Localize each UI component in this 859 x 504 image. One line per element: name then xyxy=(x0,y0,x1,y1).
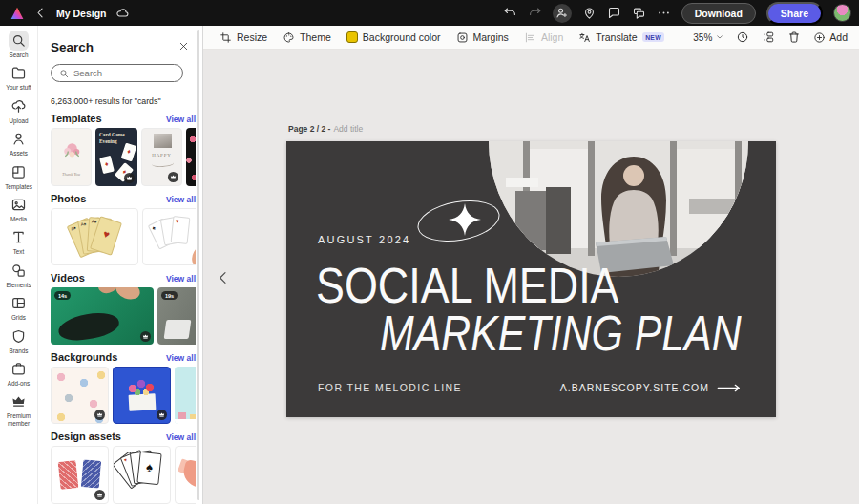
section-title-design-assets: Design assets xyxy=(51,430,121,442)
theme-button[interactable]: Theme xyxy=(275,32,339,44)
template-thumb-dark-floral[interactable] xyxy=(186,128,196,186)
invite-people-button[interactable] xyxy=(553,4,572,23)
sidebar-item-assets[interactable]: Assets xyxy=(0,129,38,161)
videos-view-all-link[interactable]: View all xyxy=(166,274,196,284)
background-thumb-winter-town[interactable] xyxy=(175,367,196,424)
photos-view-all-link[interactable]: View all xyxy=(166,195,196,204)
image-icon xyxy=(9,195,29,215)
video-duration-badge: 19s xyxy=(161,291,178,300)
premium-crown-badge xyxy=(124,173,135,183)
sidebar-item-add-ons[interactable]: Add-ons xyxy=(0,359,38,391)
panel-scrollbar[interactable] xyxy=(197,30,199,500)
cloud-saved-icon[interactable] xyxy=(115,6,130,20)
slide-photo-semicircle[interactable] xyxy=(489,141,748,277)
topbar: My Design xyxy=(0,0,859,26)
search-panel: Search 6,263,000+ results for "cards" Te… xyxy=(38,26,203,504)
videos-row: 14s 19s xyxy=(51,287,196,345)
comment-button[interactable] xyxy=(607,6,621,20)
background-color-button[interactable]: Background color xyxy=(339,32,449,43)
resize-button[interactable]: Resize xyxy=(212,32,275,44)
palette-icon xyxy=(283,32,295,44)
crown-icon xyxy=(9,391,29,411)
sidebar-item-premium-member[interactable]: Premium member xyxy=(0,391,38,424)
section-title-videos: Videos xyxy=(51,272,85,284)
adobe-express-logo-icon[interactable] xyxy=(10,6,25,21)
background-thumb-flower-envelope[interactable] xyxy=(113,367,171,424)
briefcase-icon xyxy=(9,359,29,379)
user-avatar[interactable] xyxy=(833,4,851,22)
template-thumb-card-game[interactable]: Card Game Evening ♦ ♦ ♦ xyxy=(95,128,137,186)
delete-page-button[interactable] xyxy=(787,31,801,44)
download-button[interactable]: Download xyxy=(681,3,756,24)
canvas[interactable]: Page 2 / 2 -Add title xyxy=(203,50,859,504)
sidebar-item-text[interactable]: Text xyxy=(0,227,38,260)
chevron-down-icon xyxy=(716,33,723,41)
shield-icon xyxy=(9,326,29,346)
sidebar-item-upload[interactable]: Upload xyxy=(0,96,38,129)
slide-date-text[interactable]: AUGUST 2024 xyxy=(318,234,410,245)
margins-button[interactable]: Margins xyxy=(449,32,516,44)
slide-title-line2[interactable]: MARKETING PLAN xyxy=(381,309,742,358)
design-assets-view-all-link[interactable]: View all xyxy=(166,432,196,442)
arrow-right-icon xyxy=(717,384,742,392)
sidebar-item-templates[interactable]: Templates xyxy=(0,162,38,195)
align-button[interactable]: Align xyxy=(516,32,571,44)
location-pin-button[interactable] xyxy=(582,6,597,20)
background-thumb-pastel-pattern[interactable] xyxy=(51,367,109,424)
premium-crown-badge xyxy=(140,331,151,342)
sidebar-item-your-stuff[interactable]: Your stuff xyxy=(0,63,38,95)
undo-button[interactable] xyxy=(503,6,517,20)
asset-thumb-card-fan[interactable] xyxy=(113,446,171,504)
left-rail: Search Your stuff Upload Assets Template… xyxy=(0,26,38,504)
zoom-control[interactable]: 35% xyxy=(693,32,723,43)
backgrounds-view-all-link[interactable]: View all xyxy=(166,353,196,363)
search-input-wrapper xyxy=(51,64,183,82)
translate-icon xyxy=(578,32,591,44)
add-page-button[interactable]: Add xyxy=(813,32,848,44)
translate-button[interactable]: Translate NEW xyxy=(571,32,672,44)
results-count: 6,263,000+ results for "cards" xyxy=(51,96,202,106)
organize-pages-button[interactable] xyxy=(762,31,775,44)
text-icon xyxy=(9,227,29,247)
template-thumb-floral[interactable]: Thank You xyxy=(51,128,92,186)
more-options-button[interactable] xyxy=(657,6,671,20)
sidebar-item-brands[interactable]: Brands xyxy=(0,326,38,359)
plus-circle-icon xyxy=(813,32,826,44)
slide-title-line1[interactable]: SOCIAL MEDIA xyxy=(316,262,619,310)
slide-page-2[interactable]: AUGUST 2024 SOCIAL MEDIA MARKETING PLAN … xyxy=(286,141,776,417)
close-icon[interactable] xyxy=(178,38,189,55)
crop-icon xyxy=(220,32,232,44)
templates-view-all-link[interactable]: View all xyxy=(166,115,196,124)
redo-button[interactable] xyxy=(528,6,542,20)
template-thumb-birthday[interactable]: HAPPY xyxy=(141,128,182,186)
document-title[interactable]: My Design xyxy=(56,8,107,19)
photo-thumb-aces[interactable] xyxy=(51,208,138,265)
page-title-placeholder[interactable]: Add title xyxy=(333,124,363,134)
asset-thumb-card-backs[interactable] xyxy=(51,446,109,504)
premium-crown-badge xyxy=(157,410,167,420)
topbar-actions: Download Share xyxy=(503,2,851,25)
sidebar-item-elements[interactable]: Elements xyxy=(0,261,38,293)
margins-icon xyxy=(456,32,469,44)
previous-page-button[interactable] xyxy=(216,267,231,292)
feedback-chat-button[interactable] xyxy=(632,6,646,20)
new-badge: NEW xyxy=(642,32,665,42)
share-button[interactable]: Share xyxy=(766,2,823,25)
video-thumb-laptop[interactable]: 19s xyxy=(157,287,196,345)
photo-thumb-hand-of-cards[interactable] xyxy=(142,208,196,265)
premium-crown-badge xyxy=(94,410,105,420)
version-history-button[interactable] xyxy=(736,31,749,44)
video-thumb-card-shuffle[interactable]: 14s xyxy=(51,287,154,345)
section-title-templates: Templates xyxy=(51,113,102,124)
asset-thumb-hand[interactable] xyxy=(175,446,196,504)
search-input[interactable] xyxy=(73,68,175,78)
back-button[interactable] xyxy=(33,6,48,20)
premium-crown-badge xyxy=(168,172,178,182)
slide-subtitle-text[interactable]: FOR THE MELODIC LINE xyxy=(318,382,462,393)
sidebar-item-media[interactable]: Media xyxy=(0,195,38,227)
sparkle-star-icon xyxy=(449,203,481,236)
slide-website-text[interactable]: A.BARNESCOPY.SITE.COM xyxy=(560,382,742,393)
sidebar-item-search[interactable]: Search xyxy=(0,31,38,63)
sidebar-item-grids[interactable]: Grids xyxy=(0,293,38,326)
photos-row xyxy=(51,208,196,265)
